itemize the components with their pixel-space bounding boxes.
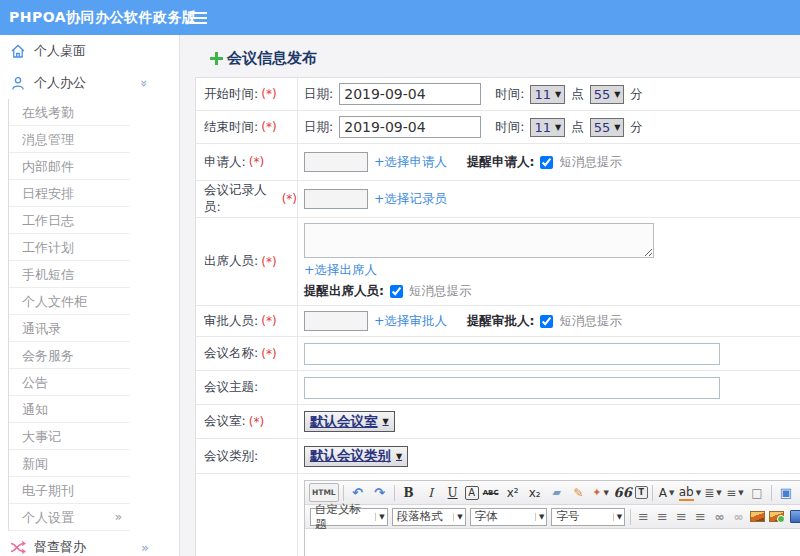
- sidebar-subitem[interactable]: 日程安排: [9, 180, 130, 207]
- sidebar-subitem[interactable]: 个人文件柜: [9, 288, 130, 315]
- form-row-meeting-topic: 会议主题:: [196, 371, 800, 405]
- sidebar-item-label: 督查督办: [34, 538, 86, 556]
- sidebar-subitem[interactable]: 消息管理: [9, 126, 130, 153]
- meeting-category-select[interactable]: 默认会议类别▼: [304, 446, 408, 467]
- editor-content-area[interactable]: [305, 529, 800, 556]
- hour-unit: 点: [571, 119, 584, 136]
- main-content: 会议信息发布 开始时间:(*) 日期: 时间: 11▼ 点 55▼ 分 结束时间…: [181, 35, 800, 556]
- sidebar-item-personal-settings[interactable]: 个人设置 »: [9, 504, 130, 531]
- subscript-button[interactable]: x₂: [525, 483, 545, 502]
- choose-applicant-link[interactable]: +选择申请人: [374, 154, 447, 171]
- sidebar: 个人桌面 个人办公 » 在线考勤 消息管理 内部邮件 日程安排: [0, 35, 180, 556]
- sidebar-item-supervision[interactable]: 督查督办 »: [0, 531, 179, 556]
- font-color-button[interactable]: A▼: [657, 483, 677, 502]
- unlink-icon[interactable]: ∞: [730, 507, 748, 526]
- approver-input[interactable]: [304, 311, 368, 331]
- align-center-icon[interactable]: ≡: [654, 507, 672, 526]
- unordered-list-button[interactable]: ≡▼: [725, 483, 745, 502]
- sidebar-subitem[interactable]: 在线考勤: [9, 99, 130, 126]
- dropdown-arrow-icon: ▼: [696, 489, 701, 497]
- sidebar-subitem[interactable]: 会务服务: [9, 342, 130, 369]
- sidebar-item-personal-desktop[interactable]: 个人桌面: [0, 35, 179, 67]
- new-page-icon[interactable]: □: [747, 483, 767, 502]
- field-label: 出席人员:: [204, 253, 258, 270]
- choose-recorder-link[interactable]: +选择记录员: [374, 191, 447, 208]
- link-icon[interactable]: ∞: [711, 507, 729, 526]
- sidebar-subitem[interactable]: 电子期刊: [9, 477, 130, 504]
- superscript-button[interactable]: x²: [503, 483, 523, 502]
- sidebar-subitem[interactable]: 新闻: [9, 450, 130, 477]
- strikethrough-button[interactable]: ABC: [481, 483, 501, 502]
- end-date-input[interactable]: [339, 116, 481, 138]
- font-style-button[interactable]: A: [465, 486, 479, 500]
- toolbar-separator: [771, 485, 772, 501]
- date-label: 日期:: [304, 86, 333, 103]
- start-minute-select[interactable]: 55▼: [590, 85, 625, 104]
- align-right-icon[interactable]: ≡: [673, 507, 691, 526]
- sidebar-subitem[interactable]: 公告: [9, 369, 130, 396]
- required-mark: (*): [249, 415, 264, 429]
- html-source-button[interactable]: HTML: [309, 483, 339, 502]
- dropdown-arrow-icon: ▼: [614, 123, 620, 132]
- eraser-icon[interactable]: ▰: [547, 483, 567, 502]
- bold-button[interactable]: B: [399, 483, 419, 502]
- sms-remind-checkbox[interactable]: [540, 315, 553, 328]
- topbar: PHPOA协同办公软件政务版: [0, 0, 800, 35]
- format-brush-icon[interactable]: ✎: [569, 483, 589, 502]
- font-size-select[interactable]: 字号▼: [551, 508, 625, 526]
- sidebar-subitem[interactable]: 内部邮件: [9, 153, 130, 180]
- highlight-color-button[interactable]: ab▼: [679, 483, 701, 502]
- sidebar-subitem[interactable]: 工作计划: [9, 234, 130, 261]
- sidebar-subitem[interactable]: 通讯录: [9, 315, 130, 342]
- ordered-list-button[interactable]: ≣▼: [703, 483, 723, 502]
- dropdown-arrow-icon: ▼: [555, 123, 561, 132]
- start-date-input[interactable]: [339, 83, 481, 105]
- undo-button[interactable]: ↶: [348, 483, 368, 502]
- align-left-icon[interactable]: ≡: [635, 507, 653, 526]
- required-mark: (*): [261, 255, 276, 269]
- paste-from-word-icon[interactable]: T: [635, 486, 648, 499]
- sidebar-toggle-hamburger-icon[interactable]: [190, 12, 207, 24]
- underline-button[interactable]: U: [443, 483, 463, 502]
- sms-remind-checkbox[interactable]: [540, 156, 553, 169]
- choose-approver-link[interactable]: +选择审批人: [374, 313, 447, 330]
- toolbar-separator: [630, 509, 631, 525]
- form-row-meeting-name: 会议名称:(*): [196, 337, 800, 371]
- fullscreen-icon[interactable]: ▣: [776, 483, 796, 502]
- sidebar-subitem[interactable]: 大事记: [9, 423, 130, 450]
- italic-button[interactable]: I: [421, 483, 441, 502]
- insert-image-icon[interactable]: [749, 507, 767, 526]
- align-justify-icon[interactable]: ≡: [692, 507, 710, 526]
- recorder-input[interactable]: [304, 189, 368, 209]
- form-row-end-time: 结束时间:(*) 日期: 时间: 11▼ 点 55▼ 分: [196, 111, 800, 144]
- blockquote-button[interactable]: 66: [613, 483, 633, 502]
- upload-image-icon[interactable]: [768, 507, 786, 526]
- choose-attendees-link[interactable]: +选择出席人: [304, 262, 377, 279]
- font-family-select[interactable]: 字体▼: [470, 508, 548, 526]
- redo-button[interactable]: ↷: [370, 483, 390, 502]
- required-mark: (*): [261, 314, 276, 328]
- meeting-topic-input[interactable]: [304, 377, 720, 399]
- toolbar-separator: [652, 485, 653, 501]
- sms-remind-checkbox[interactable]: [390, 285, 403, 298]
- start-hour-select[interactable]: 11▼: [530, 85, 565, 104]
- toolbar-separator: [343, 485, 344, 501]
- dropdown-arrow-icon: ▼: [613, 513, 622, 521]
- insert-media-icon[interactable]: [787, 507, 800, 526]
- applicant-input[interactable]: [304, 152, 368, 172]
- meeting-room-select[interactable]: 默认会议室▼: [304, 411, 395, 432]
- meeting-name-input[interactable]: [304, 343, 720, 365]
- custom-title-select[interactable]: 自定义标题▼: [310, 508, 388, 526]
- sidebar-subitem[interactable]: 手机短信: [9, 261, 130, 288]
- sidebar-subitem[interactable]: 通知: [9, 396, 130, 423]
- magic-wand-icon[interactable]: ✦▼: [591, 483, 611, 502]
- time-label: 时间:: [495, 86, 524, 103]
- paragraph-format-select[interactable]: 段落格式▼: [392, 508, 466, 526]
- sidebar-subitem[interactable]: 工作日志: [9, 207, 130, 234]
- end-hour-select[interactable]: 11▼: [530, 118, 565, 137]
- hour-unit: 点: [571, 86, 584, 103]
- sidebar-item-personal-office[interactable]: 个人办公 »: [0, 67, 179, 99]
- attendees-textarea[interactable]: [304, 223, 654, 258]
- end-minute-select[interactable]: 55▼: [590, 118, 625, 137]
- chevron-right-icon: »: [115, 504, 122, 531]
